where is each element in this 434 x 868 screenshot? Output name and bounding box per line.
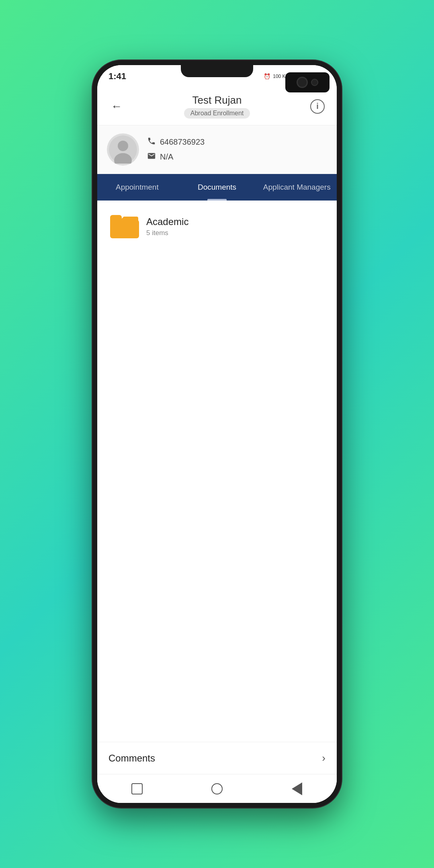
top-bar: ← Test Rujan Abroad Enrollment i <box>97 88 337 125</box>
top-bar-center: Test Rujan Abroad Enrollment <box>126 94 308 119</box>
folder-info: Academic 5 items <box>146 216 188 237</box>
android-nav <box>97 774 337 803</box>
nav-back-button[interactable] <box>290 782 304 796</box>
folder-name: Academic <box>146 216 188 227</box>
info-icon: i <box>310 99 325 114</box>
enrollment-badge: Abroad Enrollment <box>184 108 250 119</box>
phone-icon <box>147 137 156 147</box>
phone-outer: 1:41 ⏰ 100 KB/S 📶 📶 53% ← Test Ru <box>92 60 342 808</box>
home-icon <box>211 783 223 794</box>
svg-point-1 <box>118 141 128 151</box>
back-button[interactable]: ← <box>107 97 126 116</box>
notch <box>181 65 253 77</box>
comments-bar[interactable]: Comments › <box>97 742 337 774</box>
main-content: Academic 5 items <box>97 201 337 742</box>
user-info-section: 6468736923 N/A <box>97 125 337 174</box>
tab-documents[interactable]: Documents <box>177 174 257 201</box>
tab-applicant-managers[interactable]: Applicant Managers <box>257 174 337 201</box>
phone-wrapper: 1:41 ⏰ 100 KB/S 📶 📶 53% ← Test Ru <box>92 60 342 808</box>
folder-icon <box>110 215 139 238</box>
status-time: 1:41 <box>108 71 126 82</box>
chevron-right-icon: › <box>322 752 326 764</box>
nav-recents-button[interactable] <box>130 782 144 796</box>
camera-bump <box>285 72 330 92</box>
camera-lens-secondary <box>311 79 318 86</box>
recents-icon <box>131 783 143 794</box>
phone-number: 6468736923 <box>160 137 205 147</box>
back-arrow-icon: ← <box>111 100 122 113</box>
email-row: N/A <box>147 151 205 162</box>
camera-lens-main <box>297 77 308 88</box>
avatar <box>107 133 139 166</box>
email-address: N/A <box>160 152 173 162</box>
email-icon <box>147 151 156 162</box>
comments-label: Comments <box>108 753 155 764</box>
alarm-icon: ⏰ <box>264 73 270 80</box>
page-title: Test Rujan <box>192 94 242 106</box>
phone-row: 6468736923 <box>147 137 205 147</box>
phone-svg <box>147 137 156 145</box>
phone-screen: 1:41 ⏰ 100 KB/S 📶 📶 53% ← Test Ru <box>97 65 337 803</box>
tabs-bar: Appointment Documents Applicant Managers <box>97 174 337 201</box>
avatar-svg <box>109 135 137 164</box>
contact-info: 6468736923 N/A <box>147 137 205 162</box>
tab-appointment[interactable]: Appointment <box>97 174 177 201</box>
app-content: ← Test Rujan Abroad Enrollment i <box>97 88 337 803</box>
back-nav-icon <box>292 782 302 795</box>
folder-svg <box>110 215 139 238</box>
email-svg <box>147 151 156 160</box>
info-button[interactable]: i <box>308 97 327 116</box>
folder-item[interactable]: Academic 5 items <box>105 209 329 245</box>
folder-count: 5 items <box>146 229 188 237</box>
nav-home-button[interactable] <box>210 782 224 796</box>
